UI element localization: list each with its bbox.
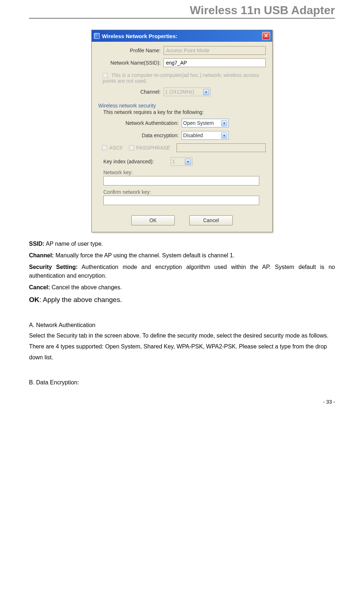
- ssid-input[interactable]: [164, 58, 266, 67]
- doc-security: Security Setting: Authentication mode an…: [29, 263, 335, 280]
- section-a-heading: A. Network Authentication: [29, 320, 335, 331]
- confirm-key-input[interactable]: [103, 196, 259, 205]
- passphrase-input: [177, 143, 266, 152]
- key-index-select: 1 ▾: [171, 157, 193, 166]
- network-auth-select[interactable]: Open System ▾: [182, 119, 229, 127]
- channel-value: 1 (2412MHz): [165, 89, 194, 95]
- confirm-key-label: Confirm network key:: [103, 189, 266, 195]
- cancel-button[interactable]: Cancel: [189, 215, 233, 225]
- security-section-label: Wireless network security: [98, 103, 266, 109]
- channel-select: 1 (2412MHz) ▾: [164, 87, 211, 96]
- section-a-body: Select the Security tab in the screen ab…: [29, 330, 335, 363]
- page-header: Wireless 11n USB Adapter: [29, 4, 335, 19]
- chevron-down-icon[interactable]: ▾: [221, 120, 227, 126]
- ok-button[interactable]: OK: [131, 215, 175, 225]
- ascii-checkbox-row: ASCII: [102, 145, 123, 151]
- adhoc-checkbox: [103, 73, 108, 78]
- dialog-icon: [94, 33, 100, 39]
- passphrase-checkbox-row: PASSPHRASE: [129, 145, 170, 151]
- adhoc-text: This is a computer-to-computer(ad hoc.) …: [103, 72, 259, 84]
- network-key-input[interactable]: [103, 176, 259, 185]
- encryption-label: Data encryption:: [98, 132, 182, 138]
- ascii-checkbox: [102, 145, 107, 150]
- ssid-label: Network Name(SSID):: [98, 60, 164, 66]
- key-index-value: 1: [172, 159, 175, 164]
- passphrase-label: PASSPHRASE: [136, 145, 170, 151]
- security-sublabel: This network requires a key for the foll…: [103, 109, 266, 115]
- key-index-label: Key index (advanced):: [98, 159, 171, 164]
- channel-label: Channel:: [98, 89, 164, 95]
- section-a: A. Network Authentication Select the Sec…: [29, 320, 335, 363]
- dialog-titlebar: Wireless Network Properties: ✕: [92, 30, 272, 42]
- section-b-heading: B. Data Encryption:: [29, 377, 335, 388]
- chevron-down-icon: ▾: [203, 89, 209, 95]
- profile-name-input: [164, 46, 266, 55]
- doc-cancel: Cancel: Cancel the above changes.: [29, 283, 335, 292]
- ascii-label: ASCII: [109, 145, 123, 151]
- dialog-title-text: Wireless Network Properties:: [102, 33, 177, 39]
- network-key-label: Network key:: [103, 170, 266, 175]
- adhoc-checkbox-row: This is a computer-to-computer(ad hoc.) …: [103, 72, 266, 84]
- profile-name-label: Profile Name:: [98, 48, 164, 53]
- doc-ok: OK: Apply the above changes.: [29, 295, 335, 305]
- chevron-down-icon[interactable]: ▾: [221, 132, 227, 139]
- chevron-down-icon: ▾: [185, 159, 191, 165]
- data-encryption-value: Disabled: [183, 132, 203, 138]
- auth-label: Network Authentication:: [98, 120, 182, 126]
- doc-ssid: SSID: AP name of user type.: [29, 240, 335, 248]
- wireless-properties-dialog: Wireless Network Properties: ✕ Profile N…: [91, 30, 273, 232]
- network-auth-value: Open System: [183, 120, 214, 126]
- close-button[interactable]: ✕: [262, 32, 270, 40]
- passphrase-checkbox: [129, 145, 134, 150]
- page-number: - 33 -: [29, 399, 335, 405]
- data-encryption-select[interactable]: Disabled ▾: [182, 131, 229, 140]
- doc-channel: Channel: Manually force the AP using the…: [29, 251, 335, 260]
- section-b: B. Data Encryption:: [29, 377, 335, 388]
